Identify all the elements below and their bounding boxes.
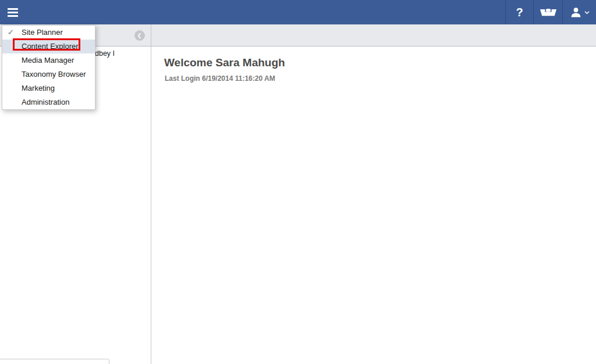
chevron-down-icon bbox=[584, 10, 590, 15]
question-mark-icon: ? bbox=[516, 6, 523, 19]
user-menu-button[interactable] bbox=[562, 0, 596, 24]
menu-item-label: Content Explorer bbox=[22, 42, 79, 51]
menu-item-taxonomy-browser[interactable]: Taxonomy Browser bbox=[2, 67, 95, 81]
menu-item-label: Administration bbox=[22, 98, 69, 106]
menu-item-content-explorer[interactable]: Content Explorer bbox=[2, 40, 95, 53]
menu-item-label: Media Manager bbox=[22, 56, 74, 65]
person-icon bbox=[570, 6, 582, 19]
collapse-sidebar-button[interactable]: ❮ bbox=[134, 30, 145, 41]
last-login-text: Last Login 6/19/2014 11:16:20 AM bbox=[165, 74, 275, 83]
menu-item-label: Site Planner bbox=[22, 28, 63, 37]
tray-icon bbox=[540, 8, 557, 17]
menu-item-label: Marketing bbox=[22, 84, 55, 92]
chevron-left-circle-icon: ❮ bbox=[137, 33, 142, 38]
menu-item-media-manager[interactable]: Media Manager bbox=[2, 53, 95, 67]
welcome-heading: Welcome Sara Mahugh bbox=[164, 56, 285, 69]
hamburger-menu-button[interactable] bbox=[0, 0, 26, 24]
checkmark-icon: ✓ bbox=[8, 26, 19, 40]
menu-item-marketing[interactable]: Marketing bbox=[2, 81, 95, 95]
menu-item-administration[interactable]: Administration bbox=[2, 95, 95, 109]
menu-item-site-planner[interactable]: ✓ Site Planner bbox=[2, 26, 95, 40]
menu-item-label: Taxonomy Browser bbox=[22, 70, 86, 78]
topbar-action-group: ? bbox=[505, 0, 596, 24]
top-navigation-bar: ? bbox=[0, 0, 596, 24]
console-button[interactable] bbox=[533, 0, 562, 24]
sidebar-divider bbox=[151, 24, 151, 364]
help-button[interactable]: ? bbox=[505, 0, 533, 24]
view-switcher-menu: ✓ Site Planner Content Explorer Media Ma… bbox=[2, 25, 95, 110]
sidebar-tree-item-partial[interactable]: dbey I bbox=[95, 49, 115, 58]
collapsed-bottom-panel bbox=[0, 359, 109, 364]
